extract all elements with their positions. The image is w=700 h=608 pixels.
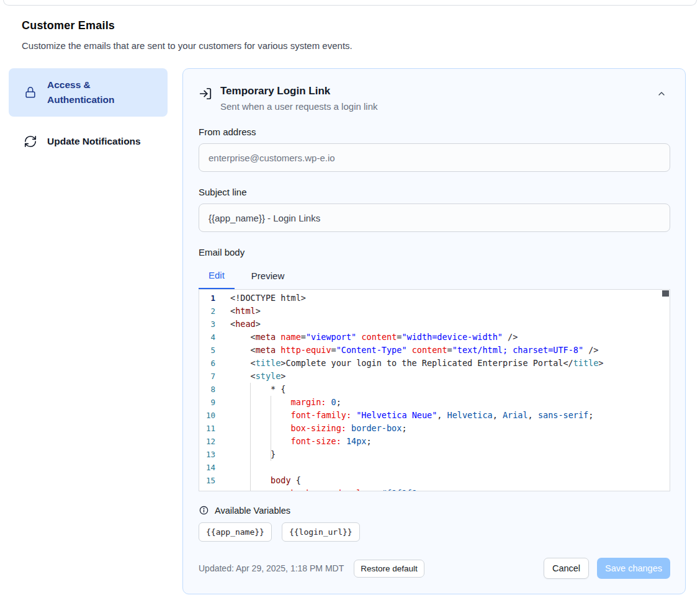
line-number: 6 bbox=[199, 357, 228, 370]
line-number: 13 bbox=[199, 448, 228, 461]
panel-title: Temporary Login Link bbox=[220, 85, 377, 97]
lock-icon bbox=[24, 86, 37, 99]
code-line: <meta name="viewport" content="width=dev… bbox=[230, 331, 670, 344]
restore-default-button[interactable]: Restore default bbox=[354, 560, 424, 578]
indent-guide bbox=[271, 396, 271, 461]
code-editor[interactable]: 12345678910111213141516 <!DOCTYPE html><… bbox=[199, 289, 670, 491]
email-body-tabs: Edit Preview bbox=[199, 265, 670, 289]
line-number: 12 bbox=[199, 435, 228, 448]
from-address-label: From address bbox=[199, 127, 670, 137]
temporary-login-link-panel: Temporary Login Link Sent when a user re… bbox=[182, 68, 686, 594]
collapse-section-button[interactable] bbox=[653, 85, 670, 102]
panel-header: Temporary Login Link Sent when a user re… bbox=[199, 85, 670, 112]
info-icon bbox=[199, 505, 209, 516]
line-number: 11 bbox=[199, 422, 228, 435]
available-variables-row: Available Variables bbox=[199, 505, 670, 516]
editor-code: <!DOCTYPE html><html><head> <meta name="… bbox=[228, 290, 670, 491]
code-line: * { bbox=[230, 383, 670, 396]
panel-titles: Temporary Login Link Sent when a user re… bbox=[220, 85, 377, 112]
line-number: 4 bbox=[199, 331, 228, 344]
save-changes-button[interactable]: Save changes bbox=[597, 558, 670, 579]
panel-footer: Updated: Apr 29, 2025, 1:18 PM MDT Resto… bbox=[199, 558, 670, 579]
line-number: 2 bbox=[199, 305, 228, 318]
code-line: <head> bbox=[230, 318, 670, 331]
email-body-label: Email body bbox=[199, 247, 670, 257]
code-line: <style> bbox=[230, 370, 670, 383]
page-title: Customer Emails bbox=[22, 19, 352, 32]
line-number: 1 bbox=[199, 292, 228, 305]
line-number: 15 bbox=[199, 474, 228, 487]
page-header: Customer Emails Customize the emails tha… bbox=[22, 19, 352, 51]
variable-chip-login-url[interactable]: {{login_url}} bbox=[282, 522, 360, 542]
editor-gutter: 12345678910111213141516 bbox=[199, 290, 228, 491]
sync-icon bbox=[24, 135, 37, 148]
tab-preview[interactable]: Preview bbox=[241, 265, 294, 289]
indent-guide bbox=[250, 383, 251, 491]
sidebar-item-update-notifications[interactable]: Update Notifications bbox=[9, 127, 168, 156]
code-line: <meta http-equiv="Content-Type" content=… bbox=[230, 344, 670, 357]
line-number: 8 bbox=[199, 383, 228, 396]
cancel-button[interactable]: Cancel bbox=[544, 558, 589, 579]
variable-chip-app-name[interactable]: {{app_name}} bbox=[199, 522, 272, 542]
code-line: box-sizing: border-box; bbox=[230, 422, 670, 435]
page-description: Customize the emails that are sent to yo… bbox=[22, 40, 352, 51]
code-line bbox=[230, 461, 670, 474]
editor-scrollbar-thumb[interactable] bbox=[662, 290, 669, 297]
tab-edit[interactable]: Edit bbox=[199, 265, 235, 289]
available-variables-label: Available Variables bbox=[215, 506, 290, 516]
sidebar-item-access-authentication[interactable]: Access & Authentication bbox=[9, 68, 168, 117]
line-number: 10 bbox=[199, 409, 228, 422]
updated-timestamp: Updated: Apr 29, 2025, 1:18 PM MDT bbox=[199, 563, 344, 573]
line-number: 7 bbox=[199, 370, 228, 383]
subject-line-label: Subject line bbox=[199, 187, 670, 197]
line-number: 9 bbox=[199, 396, 228, 409]
line-number: 5 bbox=[199, 344, 228, 357]
code-line: body { bbox=[230, 474, 670, 487]
code-line: } bbox=[230, 448, 670, 461]
log-in-icon bbox=[199, 87, 212, 101]
line-number: 14 bbox=[199, 461, 228, 474]
panel-subtitle: Sent when a user requests a login link bbox=[220, 101, 377, 112]
sidebar-item-label: Access & Authentication bbox=[47, 78, 158, 107]
line-number: 3 bbox=[199, 318, 228, 331]
variable-chips: {{app_name}} {{login_url}} bbox=[199, 522, 670, 542]
code-line: <!DOCTYPE html> bbox=[230, 292, 670, 305]
sidebar-item-label: Update Notifications bbox=[47, 134, 141, 149]
code-line: <title>Complete your login to the Replic… bbox=[230, 357, 670, 370]
code-line: margin: 0; bbox=[230, 396, 670, 409]
code-line: <html> bbox=[230, 305, 670, 318]
code-line: background-color: #f9f9f9; bbox=[230, 487, 670, 491]
code-line: font-size: 14px; bbox=[230, 435, 670, 448]
previous-card-bottom-edge bbox=[3, 0, 697, 6]
email-types-sidebar: Access & Authentication Update Notificat… bbox=[9, 68, 168, 156]
line-number: 16 bbox=[199, 487, 228, 491]
subject-line-input[interactable] bbox=[199, 203, 670, 232]
from-address-input[interactable] bbox=[199, 143, 670, 172]
code-line: font-family: "Helvetica Neue", Helvetica… bbox=[230, 409, 670, 422]
chevron-up-icon bbox=[657, 89, 666, 99]
